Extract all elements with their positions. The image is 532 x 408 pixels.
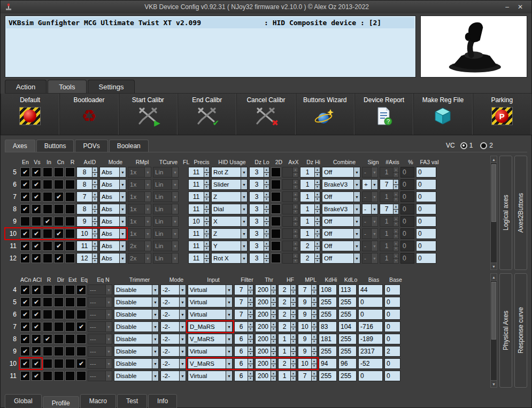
threshold-spinner-value[interactable]: 200 [255,334,271,344]
spinner-up-icon[interactable]: ▲ [204,179,210,184]
axid-spinner-value[interactable]: 7 [76,191,92,202]
threshold-spinner-value[interactable]: 200 [255,297,271,307]
precision-spinner-value[interactable]: 11 [188,204,204,214]
hid-usage-dropdown[interactable]: Z▼ [211,191,248,202]
kdlo-value[interactable]: 96 [338,358,357,369]
hid-usage-dropdown[interactable]: Z▼ [211,228,248,239]
spinner-down-icon[interactable]: ▼ [314,246,320,252]
en-checkbox[interactable] [20,217,30,226]
input-dropdown[interactable]: V_MaRS▼ [188,358,233,369]
r-checkbox[interactable] [65,241,75,251]
spinner-up-icon[interactable]: ▲ [248,334,253,339]
spinner-down-icon[interactable]: ▼ [311,339,317,345]
scroll-track[interactable] [491,163,497,263]
hf-spinner-value[interactable]: 2 [278,284,290,295]
deadzone-low-spinner-value[interactable]: 3 [249,241,264,251]
2d-checkbox[interactable] [271,180,281,189]
bottom-tab-info[interactable]: Info [148,394,177,408]
spinner-up-icon[interactable]: ▲ [264,216,269,221]
spinner-down-icon[interactable]: ▼ [271,327,276,333]
spinner-up-icon[interactable]: ▲ [290,334,296,339]
in-checkbox[interactable] [43,180,52,189]
fa3-value[interactable]: 0 [416,191,436,202]
scroll-up-icon[interactable]: ▲ [491,274,497,281]
filter-spinner-value[interactable]: 6 [234,334,248,344]
input-dropdown[interactable]: Virtual▼ [188,346,233,357]
spinner-up-icon[interactable]: ▲ [290,321,296,327]
spinner-up-icon[interactable]: ▲ [92,216,98,221]
precision-spinner-value[interactable]: 11 [188,167,204,178]
spinner-down-icon[interactable]: ▼ [311,290,317,296]
eq-checkbox[interactable]: ✔ [76,359,86,368]
r-checkbox[interactable] [43,297,52,307]
cn-checkbox[interactable] [54,167,64,177]
acn-checkbox[interactable]: ✔ [20,371,30,381]
trimmer-dropdown[interactable]: Disable▼ [114,358,159,369]
acl-checkbox[interactable]: ✔ [32,347,41,356]
in-checkbox[interactable] [43,167,52,177]
spinner-down-icon[interactable]: ▼ [311,314,317,320]
2d-checkbox[interactable] [271,229,281,238]
vs-checkbox[interactable]: ✔ [32,180,41,189]
spinner-down-icon[interactable]: ▼ [311,364,317,369]
toolbar-button-device-report[interactable]: Device Report? [354,94,413,135]
deadzone-high-spinner-value[interactable]: 1 [300,216,314,227]
spinner-up-icon[interactable]: ▲ [271,309,276,314]
kdhi-value[interactable]: 255 [319,297,337,307]
spinner-down-icon[interactable]: ▼ [314,221,320,227]
tab-axes[interactable]: Axes [5,140,35,152]
spinner-up-icon[interactable]: ▲ [290,297,296,302]
axid-spinner-value[interactable]: 8 [76,204,92,214]
r-checkbox[interactable] [65,180,75,189]
cn-checkbox[interactable] [54,217,64,226]
mode-dropdown[interactable]: -2-▼ [160,321,186,332]
bottom-tab-test[interactable]: Test [117,394,147,408]
dir-checkbox[interactable] [54,334,64,344]
vs-checkbox[interactable]: ✔ [32,192,41,202]
spinner-down-icon[interactable]: ▼ [271,376,276,382]
axis-count-spinner-value[interactable]: 7 [380,179,393,190]
mpl-spinner-value[interactable]: 7 [298,284,311,295]
spinner-up-icon[interactable]: ▲ [311,321,317,327]
kdlo-value[interactable]: 104 [338,321,357,332]
acn-checkbox[interactable]: ✔ [20,310,30,319]
spinner-down-icon[interactable]: ▼ [264,209,269,215]
r-checkbox[interactable] [65,204,75,214]
spinner-up-icon[interactable]: ▲ [393,179,399,184]
axid-spinner-value[interactable]: 8 [76,167,92,178]
eq-checkbox[interactable] [76,297,86,307]
threshold-spinner-value[interactable]: 200 [255,321,271,332]
precision-spinner-value[interactable]: 11 [188,228,204,239]
axid-spinner-value[interactable]: 10 [76,228,92,239]
bottom-tab-profile[interactable]: Profile [43,396,79,408]
hf-spinner-value[interactable]: 2 [278,297,290,307]
en-checkbox[interactable]: ✔ [20,192,30,202]
vs-checkbox[interactable] [32,217,41,226]
axid-spinner-value[interactable]: 9 [76,216,92,227]
cn-checkbox[interactable]: ✔ [54,192,64,202]
filter-spinner-value[interactable]: 7 [234,297,248,307]
spinner-up-icon[interactable]: ▲ [264,167,269,172]
hid-usage-dropdown[interactable]: Rot Z▼ [211,167,248,178]
acn-checkbox[interactable]: ✔ [20,359,30,368]
deadzone-high-spinner-value[interactable]: 1 [300,167,314,178]
acl-checkbox[interactable]: ✔ [32,334,41,344]
side-tab-axes2buttons[interactable]: Axes2Buttons [514,156,527,270]
acl-checkbox[interactable]: ✔ [32,322,41,332]
spinner-down-icon[interactable]: ▼ [314,234,320,240]
acn-checkbox[interactable]: ✔ [20,334,30,344]
axid-spinner-value[interactable]: 8 [76,179,92,190]
deadzone-high-spinner-value[interactable]: 2 [300,253,314,264]
2d-checkbox[interactable] [271,204,281,214]
base-value[interactable]: 0 [384,334,400,344]
mode-dropdown[interactable]: Abs▼ [99,228,126,239]
trimmer-dropdown[interactable]: Disable▼ [114,346,159,357]
threshold-spinner-value[interactable]: 200 [255,358,271,369]
r-checkbox[interactable] [65,229,75,238]
base-value[interactable]: 0 [384,309,400,320]
ext-checkbox[interactable] [65,285,75,295]
kdlo-value[interactable]: 255 [338,297,357,307]
eq-checkbox[interactable] [76,310,86,319]
kdlo-value[interactable]: 255 [338,346,357,357]
spinner-up-icon[interactable]: ▲ [92,204,98,209]
